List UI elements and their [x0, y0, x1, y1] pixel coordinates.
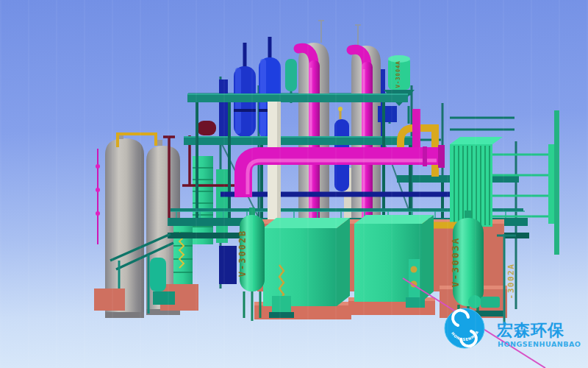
logo-name-cn: 宏森环保 — [496, 321, 564, 339]
vent-stub-pipes — [318, 21, 361, 46]
left-magenta-valve-line — [96, 149, 100, 244]
logo-name-en: HONGSENHUANBAO — [498, 340, 581, 348]
logo-disc — [445, 308, 484, 348]
plant-scene: V-3004A — [0, 0, 588, 368]
label-pipe-3002a: -3002A — [506, 263, 516, 300]
vessel-v3002b: V-3002B — [237, 208, 265, 321]
label-v3002b: V-3002B — [237, 230, 248, 277]
pipe-flange — [438, 145, 445, 168]
instrument-dot — [338, 107, 343, 111]
label-v3003a: V-3003A — [450, 237, 461, 288]
green-tank-box-a — [254, 218, 351, 319]
tie-rods — [492, 155, 550, 216]
label-v3004a: V-3004A — [395, 60, 401, 88]
plant-3d-render: V-3004A — [0, 0, 588, 368]
